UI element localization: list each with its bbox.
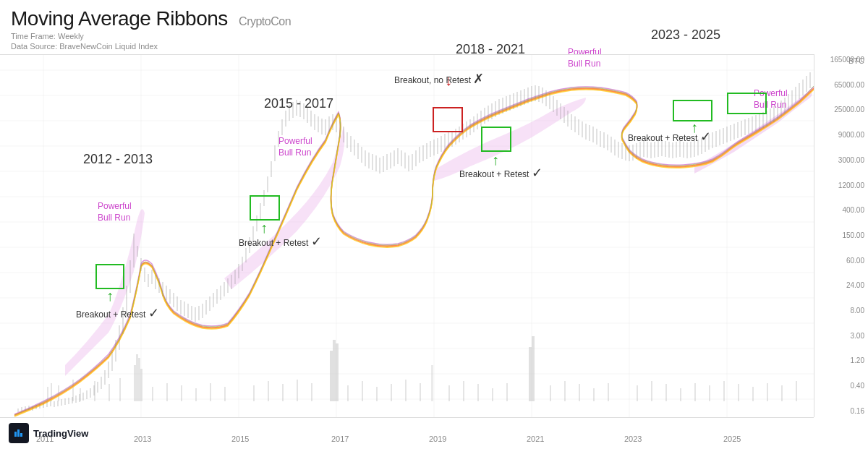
- bottom-border: [0, 417, 814, 418]
- y-label-2: 65000.00: [817, 81, 864, 89]
- svg-rect-77: [781, 385, 783, 401]
- svg-rect-55: [405, 380, 407, 401]
- breakout-label-1: Breakout + Retest ✓: [76, 305, 159, 321]
- x-label-2019: 2019: [429, 435, 446, 443]
- svg-rect-25: [140, 369, 142, 401]
- svg-rect-29: [431, 365, 433, 401]
- x-label-2023: 2023: [624, 435, 642, 443]
- svg-rect-72: [709, 385, 710, 401]
- y-label-4: 9000.00: [817, 131, 864, 139]
- chart-container: Moving Average Ribbons CryptoCon Time Fr…: [0, 0, 868, 449]
- svg-rect-27: [333, 340, 336, 401]
- svg-rect-41: [166, 383, 168, 401]
- y-label-14: 0.40: [817, 382, 864, 390]
- svg-rect-64: [579, 384, 580, 401]
- svg-rect-78: [796, 381, 797, 401]
- svg-rect-60: [492, 388, 493, 401]
- svg-rect-30: [529, 347, 532, 401]
- green-box-4: [673, 100, 712, 121]
- chart-author: CryptoCon: [239, 15, 291, 27]
- svg-rect-62: [550, 385, 551, 401]
- svg-rect-57: [448, 385, 450, 401]
- svg-rect-28: [336, 343, 339, 401]
- svg-rect-65: [593, 388, 595, 401]
- chart-title: Moving Average Ribbons CryptoCon: [11, 7, 291, 30]
- chart-header: Moving Average Ribbons CryptoCon Time Fr…: [11, 7, 291, 51]
- svg-rect-46: [253, 385, 255, 401]
- svg-rect-48: [282, 384, 284, 401]
- svg-rect-74: [738, 384, 739, 401]
- svg-rect-38: [109, 384, 110, 401]
- svg-rect-63: [564, 381, 566, 401]
- svg-rect-61: [506, 383, 508, 401]
- y-label-8: 150.00: [817, 231, 864, 239]
- svg-rect-49: [297, 380, 298, 401]
- tradingview-logo: TradingView: [9, 423, 88, 443]
- red-box-1: [433, 107, 463, 132]
- period-2015-2017: 2015 - 2017: [264, 96, 333, 111]
- svg-rect-66: [608, 383, 609, 401]
- breakout-label-3: Breakout + Retest ✓: [459, 165, 542, 181]
- svg-rect-68: [651, 381, 652, 401]
- svg-rect-50: [311, 383, 312, 401]
- svg-rect-31: [532, 336, 535, 401]
- top-border: [0, 54, 814, 55]
- green-box-3: [481, 127, 511, 152]
- svg-rect-53: [376, 387, 378, 401]
- y-label-12: 3.00: [817, 332, 864, 340]
- green-arrow-1: ↑: [106, 288, 114, 304]
- svg-rect-44: [210, 383, 211, 401]
- tradingview-text: TradingView: [33, 428, 88, 439]
- x-label-2015: 2015: [231, 435, 249, 443]
- svg-rect-40: [152, 387, 153, 401]
- bull-run-label-1: PowerfulBull Run: [98, 201, 132, 223]
- y-label-9: 60.00: [817, 257, 864, 265]
- svg-rect-73: [723, 381, 725, 401]
- green-box-2: [250, 195, 280, 221]
- x-label-2021: 2021: [527, 435, 544, 443]
- chart-timeframe: Time Frame: Weekly: [11, 32, 291, 40]
- svg-rect-52: [362, 381, 363, 401]
- y-label-10: 24.00: [817, 281, 864, 289]
- period-2012-2013: 2012 - 2013: [83, 152, 153, 167]
- y-label-11: 8.00: [817, 307, 864, 315]
- svg-rect-26: [330, 351, 333, 401]
- svg-rect-58: [463, 381, 464, 401]
- period-2023-2025: 2023 - 2025: [651, 27, 720, 43]
- y-label-1: 165000.00: [817, 56, 864, 64]
- x-label-2017: 2017: [331, 435, 349, 443]
- svg-rect-43: [195, 388, 197, 401]
- green-box-5: [727, 93, 767, 114]
- y-label-5: 3000.00: [817, 156, 864, 164]
- breakout-label-2: Breakout + Retest ✓: [239, 234, 322, 249]
- svg-rect-70: [680, 388, 681, 401]
- svg-rect-76: [767, 383, 768, 401]
- svg-rect-24: [138, 358, 140, 401]
- svg-rect-54: [391, 384, 392, 401]
- svg-rect-59: [477, 384, 479, 401]
- x-label-2013: 2013: [134, 435, 151, 443]
- y-label-13: 1.20: [817, 356, 864, 364]
- svg-rect-56: [420, 383, 421, 401]
- svg-rect-75: [752, 387, 754, 401]
- svg-rect-23: [136, 354, 138, 401]
- svg-rect-67: [637, 385, 638, 401]
- bull-run-label-2: PowerfulBull Run: [278, 136, 312, 158]
- svg-rect-71: [694, 383, 696, 401]
- green-box-1: [95, 264, 124, 289]
- right-border: [814, 54, 814, 417]
- y-label-7: 400.00: [817, 206, 864, 214]
- breakout-label-4: Breakout + Retest ✓: [628, 129, 711, 145]
- svg-rect-47: [268, 381, 269, 401]
- svg-rect-69: [665, 384, 667, 401]
- svg-rect-42: [181, 385, 182, 401]
- bull-run-label-3: PowerfulBull Run: [568, 47, 602, 69]
- svg-rect-39: [119, 378, 121, 401]
- y-label-6: 1200.00: [817, 181, 864, 189]
- y-axis: 165000.00 65000.00 25000.00 9000.00 3000…: [814, 54, 868, 416]
- breakout-no-retest-label: Breakout, no Retest ✗: [394, 71, 484, 87]
- tv-icon: [9, 423, 29, 443]
- y-label-15: 0.16: [817, 407, 864, 415]
- svg-rect-45: [224, 387, 226, 401]
- y-label-3: 25000.00: [817, 106, 864, 114]
